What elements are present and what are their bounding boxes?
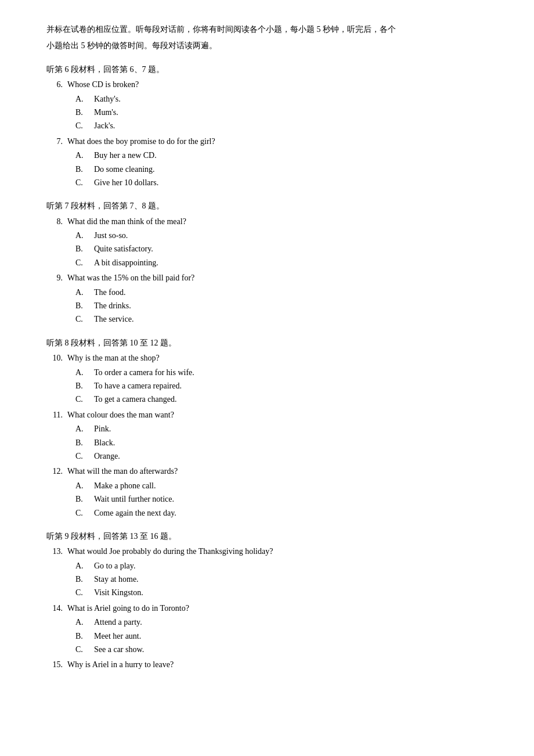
option-line: B.Black. [75,437,488,449]
options-list: A.The food.B.The drinks.C.The service. [75,286,488,326]
option-line: C.The service. [75,313,488,326]
section-header-section7: 听第 7 段材料，回答第 7、8 题。 [46,200,488,213]
question-block-6: 6.Whose CD is broken?A.Kathy's.B.Mum's.C… [46,78,488,133]
option-line: A.Buy her a new CD. [75,149,488,162]
option-text: Visit Kingston. [94,586,143,599]
option-line: A.Just so-so. [75,229,488,242]
option-line: B.Mum's. [75,106,488,119]
option-line: C.A bit disappointing. [75,257,488,269]
option-text: Go to a play. [94,560,135,573]
question-block-13: 13.What would Joe probably do during the… [46,545,488,600]
option-text: Black. [94,437,115,449]
option-letter: A. [75,616,92,629]
option-text: Pink. [94,423,111,435]
option-text: To have a camera repaired. [94,380,182,393]
option-line: A.Attend a party. [75,616,488,629]
section-section8: 听第 8 段材料，回答第 10 至 12 题。10.Why is the man… [46,337,488,520]
option-line: B.Meet her aunt. [75,630,488,643]
options-list: A.Go to a play.B.Stay at home.C.Visit Ki… [75,560,488,600]
option-letter: A. [75,480,92,492]
options-list: A.Attend a party.B.Meet her aunt.C.See a… [75,616,488,656]
options-list: A.Pink.B.Black.C.Orange. [75,423,488,463]
question-line: 13.What would Joe probably do during the… [46,545,488,558]
option-text: Give her 10 dollars. [94,177,158,189]
question-line: 6.Whose CD is broken? [46,78,488,91]
question-block-11: 11.What colour does the man want?A.Pink.… [46,409,488,463]
option-line: C.Give her 10 dollars. [75,177,488,189]
option-line: C.Visit Kingston. [75,586,488,599]
option-text: A bit disappointing. [94,257,158,269]
question-text: What will the man do afterwards? [67,465,488,478]
options-list: A.Make a phone call.B.Wait until further… [75,480,488,520]
question-number: 6. [46,78,63,91]
option-letter: B. [75,573,92,586]
question-text: What colour does the man want? [67,409,488,422]
question-line: 14.What is Ariel going to do in Toronto? [46,602,488,615]
option-text: Meet her aunt. [94,630,141,643]
option-text: Make a phone call. [94,480,156,492]
question-text: What does the boy promise to do for the … [67,135,488,148]
option-line: C.Jack's. [75,120,488,132]
option-letter: A. [75,286,92,299]
option-line: B.Wait until further notice. [75,493,488,506]
section-section9: 听第 9 段材料，回答第 13 至 16 题。13.What would Joe… [46,530,488,672]
option-letter: C. [75,507,92,520]
option-text: Buy her a new CD. [94,149,157,162]
option-text: Wait until further notice. [94,493,174,506]
question-line: 10.Why is the man at the shop? [46,352,488,365]
option-text: Kathy's. [94,93,121,106]
option-line: C.Come again the next day. [75,507,488,520]
option-letter: B. [75,630,92,643]
question-text: Whose CD is broken? [67,78,488,91]
question-block-14: 14.What is Ariel going to do in Toronto?… [46,602,488,657]
question-number: 9. [46,272,63,285]
options-list: A.Just so-so.B.Quite satisfactory.C.A bi… [75,229,488,269]
question-line: 11.What colour does the man want? [46,409,488,422]
option-letter: B. [75,106,92,119]
question-text: What would Joe probably do during the Th… [67,545,488,558]
option-letter: B. [75,243,92,255]
option-letter: C. [75,177,92,189]
option-text: Jack's. [94,120,115,132]
option-line: B.To have a camera repaired. [75,380,488,393]
option-letter: C. [75,643,92,656]
option-letter: A. [75,366,92,379]
question-number: 10. [46,352,63,365]
option-line: C.To get a camera changed. [75,393,488,406]
intro-line2: 小题给出 5 秒钟的做答时间。每段对话读两遍。 [46,39,488,52]
intro-block: 并标在试卷的相应位置。听每段对话前，你将有时间阅读各个小题，每小题 5 秒钟，听… [46,23,488,53]
question-block-15: 15.Why is Ariel in a hurry to leave? [46,658,488,671]
options-list: A.Buy her a new CD.B.Do some cleaning.C.… [75,149,488,189]
question-text: What is Ariel going to do in Toronto? [67,602,488,615]
option-text: The service. [94,313,134,326]
option-line: A.Pink. [75,423,488,435]
option-line: B.Do some cleaning. [75,163,488,176]
option-letter: B. [75,493,92,506]
option-line: B.Quite satisfactory. [75,243,488,255]
option-letter: B. [75,300,92,312]
option-text: To order a camera for his wife. [94,366,194,379]
option-letter: A. [75,149,92,162]
option-text: Do some cleaning. [94,163,155,176]
question-number: 12. [46,465,63,478]
question-block-9: 9.What was the 15% on the bill paid for?… [46,272,488,326]
option-text: Quite satisfactory. [94,243,153,255]
option-line: A.Make a phone call. [75,480,488,492]
section-section6: 听第 6 段材料，回答第 6、7 题。6.Whose CD is broken?… [46,63,488,190]
option-letter: A. [75,423,92,435]
options-list: A.To order a camera for his wife.B.To ha… [75,366,488,406]
option-text: The drinks. [94,300,131,312]
question-line: 8.What did the man think of the meal? [46,215,488,228]
option-letter: C. [75,393,92,406]
option-letter: C. [75,313,92,326]
question-number: 8. [46,215,63,228]
option-letter: C. [75,450,92,463]
option-text: Just so-so. [94,229,128,242]
option-text: The food. [94,286,125,299]
option-text: Stay at home. [94,573,139,586]
option-letter: B. [75,163,92,176]
question-block-8: 8.What did the man think of the meal?A.J… [46,215,488,270]
question-line: 7.What does the boy promise to do for th… [46,135,488,148]
option-text: To get a camera changed. [94,393,176,406]
section-header-section9: 听第 9 段材料，回答第 13 至 16 题。 [46,530,488,543]
